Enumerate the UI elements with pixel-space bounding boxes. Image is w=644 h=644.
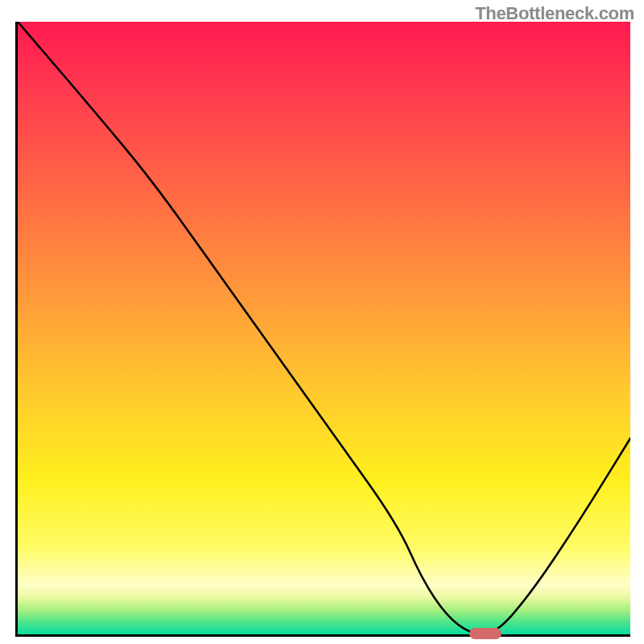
bottleneck-curve <box>18 22 630 634</box>
optimal-marker <box>469 628 502 639</box>
chart-stage: TheBottleneck.com <box>0 0 644 644</box>
plot-area <box>15 22 630 637</box>
